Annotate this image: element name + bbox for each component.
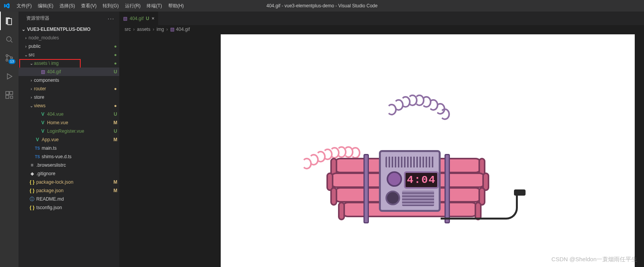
json-icon: { }	[29, 205, 35, 210]
breadcrumb-segment[interactable]: assets	[137, 27, 150, 32]
tree-file[interactable]: VHome.vueM	[19, 118, 119, 127]
breadcrumb-segment[interactable]: src	[125, 27, 131, 32]
git-status: M	[112, 188, 119, 193]
menu-item-5[interactable]: 运行(R)	[122, 0, 144, 12]
tree-label: 404.gif	[47, 69, 112, 74]
git-dot-icon: ●	[112, 61, 119, 66]
svg-point-1	[6, 55, 8, 57]
tree-folder[interactable]: src●	[19, 51, 119, 59]
menu-item-4[interactable]: 转到(G)	[100, 0, 122, 12]
extensions-icon[interactable]	[0, 86, 19, 104]
breadcrumb-segment[interactable]: 404.gif	[176, 27, 190, 32]
tree-label: .browserslistrc	[36, 162, 119, 168]
tree-label: store	[34, 95, 119, 100]
close-icon[interactable]: ×	[152, 15, 155, 21]
svg-rect-5	[10, 91, 13, 95]
tree-label: assets \ img	[34, 61, 112, 66]
breadcrumb-segment[interactable]: img	[157, 27, 164, 32]
tree-folder[interactable]: store	[19, 93, 119, 101]
ts-icon: TS	[34, 146, 41, 150]
menu-item-7[interactable]: 帮助(H)	[165, 0, 187, 12]
tree-folder[interactable]: views●	[19, 101, 119, 110]
tree-folder[interactable]: router●	[19, 84, 119, 93]
tree-label: README.md	[36, 196, 119, 202]
tree-label: public	[29, 44, 112, 49]
search-icon[interactable]	[0, 30, 19, 49]
info-icon: ⓘ	[29, 196, 35, 203]
tree-file[interactable]: TSshims-vue.d.ts	[19, 152, 119, 161]
vue-icon: V	[39, 120, 46, 125]
tree-file[interactable]: { }package-lock.jsonM	[19, 178, 119, 186]
tree-label: LoginRegister.vue	[47, 128, 112, 134]
git-status: M	[112, 179, 119, 185]
menu-item-3[interactable]: 查看(V)	[78, 0, 100, 12]
tree-label: views	[34, 103, 112, 108]
menu-item-6[interactable]: 终端(T)	[144, 0, 165, 12]
tree-label: tsconfig.json	[36, 205, 119, 210]
git-status: U	[112, 69, 119, 74]
chevron-right-icon: ›	[153, 27, 154, 32]
bomb-illustration: 4:04	[329, 108, 545, 223]
vue-icon: V	[39, 128, 46, 134]
vscode-logo-icon	[0, 3, 14, 9]
tree-file[interactable]: ⓘREADME.md	[19, 195, 119, 203]
chevron-icon	[29, 61, 34, 66]
explorer-sidebar: 资源管理器 ··· VUE3-ELEMENTPLUS-DEMO node_mod…	[19, 12, 119, 267]
menu-item-1[interactable]: 编辑(E)	[35, 0, 56, 12]
vue-icon: V	[39, 112, 46, 117]
tree-file[interactable]: { }tsconfig.json	[19, 203, 119, 212]
breadcrumbs[interactable]: src›assets›img›▧404.gif	[119, 25, 644, 34]
window-title: 404.gif - vue3-elementplus-demo - Visual…	[267, 3, 378, 8]
chevron-icon	[29, 86, 34, 91]
chevron-icon	[29, 103, 34, 108]
txt-icon: ≡	[29, 162, 35, 168]
tree-label: .gitignore	[36, 171, 119, 176]
git-dot-icon: ●	[112, 86, 119, 91]
sidebar-more-icon[interactable]: ···	[108, 15, 115, 22]
tab-404gif[interactable]: ▧ 404.gif U ×	[119, 12, 159, 25]
tree-file[interactable]: VLoginRegister.vueU	[19, 127, 119, 135]
tree-label: node_modules	[29, 35, 119, 41]
run-debug-icon[interactable]	[0, 67, 19, 86]
scm-badge: 13	[8, 59, 15, 64]
svg-rect-6	[6, 95, 9, 98]
source-control-icon[interactable]: 13	[0, 49, 19, 67]
tree-folder[interactable]: assets \ img●	[19, 59, 119, 68]
chevron-right-icon: ›	[133, 27, 135, 32]
tree-file[interactable]: ▧404.gifU	[19, 68, 119, 76]
display-value: 4:04	[407, 174, 436, 186]
tree-file[interactable]: { }package.jsonM	[19, 186, 119, 195]
activity-bar: 13	[0, 12, 19, 267]
tree-file[interactable]: ◆.gitignore	[19, 169, 119, 178]
tree-file[interactable]: VApp.vueM	[19, 135, 119, 144]
tree-label: router	[34, 86, 112, 91]
git-dot-icon: ●	[112, 44, 119, 49]
tree-file[interactable]: V404.vueU	[19, 110, 119, 118]
chevron-right-icon: ›	[166, 27, 168, 32]
image-file-icon: ▧	[170, 27, 174, 32]
gif-icon: ▧	[39, 69, 46, 74]
watermark-text: CSDN @Sheldon一蓑烟雨任平生	[551, 256, 637, 263]
svg-point-2	[6, 59, 8, 61]
tree-file[interactable]: TSmain.ts	[19, 144, 119, 152]
tree-label: package.json	[36, 188, 112, 193]
chevron-icon	[29, 78, 34, 83]
json-icon: { }	[29, 179, 35, 185]
tree-label: App.vue	[42, 137, 112, 142]
tree-label: components	[34, 78, 119, 83]
menu-item-0[interactable]: 文件(F)	[14, 0, 35, 12]
project-header[interactable]: VUE3-ELEMENTPLUS-DEMO	[19, 25, 119, 34]
image-file-icon: ▧	[123, 16, 127, 21]
json-icon: { }	[29, 188, 35, 193]
svg-rect-4	[6, 91, 9, 95]
tree-folder[interactable]: public●	[19, 42, 119, 51]
git-status: U	[112, 128, 119, 134]
tab-bar: ▧ 404.gif U ×	[119, 12, 644, 25]
sidebar-title: 资源管理器	[26, 15, 49, 22]
tree-folder[interactable]: node_modules	[19, 34, 119, 42]
tree-label: Home.vue	[47, 120, 112, 125]
tree-folder[interactable]: components	[19, 76, 119, 84]
menu-item-2[interactable]: 选择(S)	[56, 0, 78, 12]
tree-file[interactable]: ≡.browserslistrc	[19, 161, 119, 169]
explorer-icon[interactable]	[0, 12, 19, 30]
